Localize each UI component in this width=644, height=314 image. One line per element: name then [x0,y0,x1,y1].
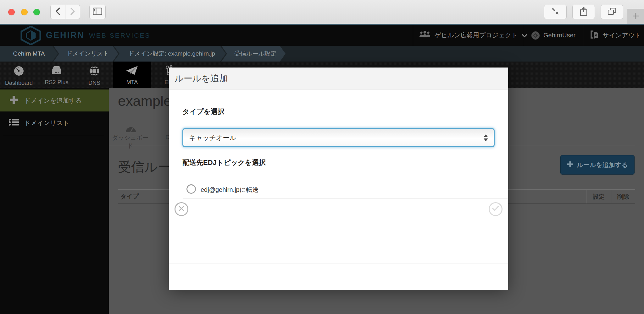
paper-plane-icon [126,65,138,78]
plus-icon [567,161,573,169]
type-select-value: キャッチオール [189,133,236,142]
domain-sidebar: ドメインを追加する ドメインリスト [0,88,109,314]
modal-header: ルールを追加 [169,68,508,89]
brand-name: GEHIRN [46,30,85,40]
close-icon [178,205,185,213]
plus-icon [632,12,640,21]
gauge-icon [125,124,136,134]
user-name: GehirnUser [543,32,575,39]
plus-icon [9,95,19,106]
fullscreen-button[interactable] [544,5,567,19]
people-group-icon [419,31,431,40]
screenshot-root: GEHIRN WEB SERVICES ゲヒルン広報用プロジェクト Gehirn… [0,0,644,314]
breadcrumb-item-domain-settings[interactable]: ドメイン設定: example.gehirn.jp [114,46,226,62]
nav-item-dashboard[interactable]: Dashboard [0,62,38,88]
modal-title: ルールを追加 [175,73,228,84]
project-name: ゲヒルン広報用プロジェクト [435,31,518,40]
tab-overview-button[interactable] [601,5,623,19]
globe-icon [89,65,100,78]
gauge-icon [13,65,25,78]
column-settings: 設定 [586,190,611,203]
signout-door-icon [590,30,599,41]
column-delete: 削除 [611,190,635,203]
back-button[interactable] [50,5,65,19]
topic-select-label: 配送先EDJトピックを選択 [182,158,266,167]
sidebar-item-domain-list[interactable]: ドメインリスト [0,111,109,134]
breadcrumb: Gehirn MTA ドメインリスト ドメイン設定: example.gehir… [0,46,644,62]
signout-label: サインアウト [602,31,641,40]
brand-wordmark: GEHIRN WEB SERVICES [46,25,151,46]
topic-radio[interactable] [186,184,196,194]
site-header: GEHIRN WEB SERVICES ゲヒルン広報用プロジェクト Gehirn… [0,25,644,46]
topic-radio-label: edj@gehirn.jpに転送 [201,186,258,194]
overlapping-tabs-icon [608,8,616,16]
browser-toolbar [0,0,644,24]
zoom-window-button[interactable] [33,9,40,15]
avatar [531,31,540,40]
chevron-left-icon [55,7,61,17]
minimize-window-button[interactable] [21,9,28,15]
signout-button[interactable]: サインアウト [590,25,641,46]
forward-button[interactable] [65,5,80,19]
nav-item-mta[interactable]: MTA [113,62,151,88]
type-select[interactable]: キャッチオール [182,128,495,147]
tab-dashboard[interactable]: ダッシュボード [109,134,151,150]
add-rule-modal: ルールを追加 タイプを選択 キャッチオール 配送先EDJトピックを選択 edj@… [169,68,508,290]
server-icon [51,65,62,78]
sidebar-item-add-domain[interactable]: ドメインを追加する [0,89,109,111]
breadcrumb-item-gehirn-mta[interactable]: Gehirn MTA [0,46,58,62]
modal-confirm-button[interactable] [489,202,502,216]
add-rule-button[interactable]: ルールを追加する [560,155,635,175]
check-icon [492,205,499,213]
header-divider [584,25,584,46]
nav-item-dns[interactable]: DNS [75,62,113,88]
chevron-down-icon [522,32,527,39]
breadcrumb-item-receive-rules[interactable]: 受信ルール設定 [221,46,286,62]
chevron-right-icon [70,7,75,17]
sidebar-panel-icon [93,8,102,16]
brand-tagline: WEB SERVICES [89,32,151,39]
user-menu[interactable]: GehirnUser [531,25,575,46]
expand-arrows-icon [551,7,559,17]
new-tab-button[interactable] [627,9,644,24]
modal-cancel-button[interactable] [175,202,188,216]
share-button[interactable] [572,5,595,19]
modal-divider [183,198,508,199]
type-select-label: タイプを選択 [182,107,225,116]
breadcrumb-item-domain-list[interactable]: ドメインリスト [53,46,118,62]
header-divider [413,25,413,46]
header-divider [523,25,523,46]
project-selector[interactable]: ゲヒルン広報用プロジェクト [419,25,527,46]
modal-footer [169,263,508,290]
sidebar-divider [3,135,104,135]
close-window-button[interactable] [8,9,15,15]
gehirn-logo-icon[interactable] [19,26,42,46]
sidebar-toggle-button[interactable] [89,5,106,19]
share-icon [580,7,587,17]
list-icon [9,118,19,127]
select-spinner-icon [484,134,488,141]
nav-item-rs2-plus[interactable]: RS2 Plus [38,62,75,88]
